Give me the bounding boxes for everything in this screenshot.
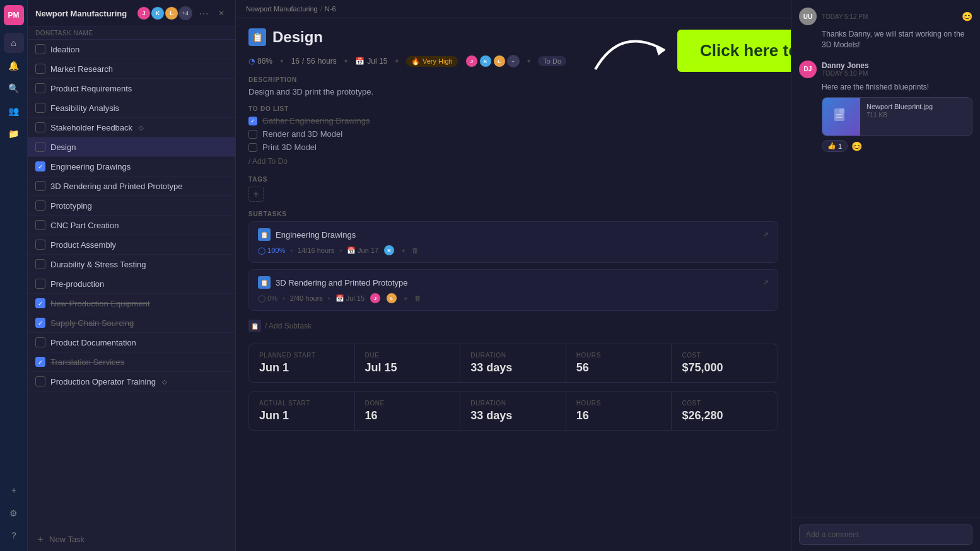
task-checkbox-design[interactable] (35, 142, 45, 152)
sidebar-icon-notifications[interactable]: 🔔 (4, 55, 24, 76)
task-item[interactable]: Market Research (28, 59, 235, 79)
task-item-product-doc[interactable]: Product Documentation (28, 333, 235, 352)
task-checkbox-market-research[interactable] (35, 64, 45, 74)
task-checkbox-preproduction[interactable] (35, 279, 45, 289)
task-checkbox-durability[interactable] (35, 259, 45, 269)
subtask-name-3d[interactable]: 3D Rendering and Printed Prototype (276, 278, 408, 287)
task-checkbox-cnc[interactable] (35, 220, 45, 230)
subtask-meta-engineering: ◯ 100% • 14/16 hours • 📅 Jun 17 K ＋ 🗑 (258, 245, 769, 256)
sidebar-icon-folder[interactable]: 📁 (4, 124, 24, 144)
external-link-icon-engineering[interactable]: ↗ (762, 230, 769, 239)
comment-input[interactable] (799, 525, 972, 545)
task-checkbox-prototyping[interactable] (35, 200, 45, 211)
add-todo-row[interactable]: / Add To Do (248, 156, 778, 167)
comment-panel: UU TODAY 5:12 PM 😊 Thanks Danny, we will… (791, 0, 980, 551)
actual-stats-row: ACTUAL START Jun 1 DONE 16 DURATION 33 d… (248, 392, 778, 431)
task-name-new-equipment: New Production Equipment (50, 299, 150, 308)
task-checkbox-ideation[interactable] (35, 44, 45, 54)
task-checkbox-engineering[interactable]: ✓ (35, 161, 45, 171)
subtask-delete-3d[interactable]: 🗑 (414, 294, 421, 302)
add-task-row[interactable]: ＋ New Task (28, 528, 235, 551)
reaction-emoji-icon-1[interactable]: 😊 (962, 11, 972, 21)
task-item-durability[interactable]: Durability & Stress Testing (28, 255, 235, 274)
cost-label: COST (682, 352, 767, 359)
task-item-preproduction[interactable]: Pre-production (28, 274, 235, 294)
attachment-card[interactable]: Newport Blueprint.jpg 711 KB (822, 97, 972, 136)
task-checkbox-product-doc[interactable] (35, 337, 45, 347)
close-panel-icon[interactable]: ✕ (215, 7, 228, 20)
subtask-progress-3d: ◯ 0% (258, 294, 277, 303)
status-badge[interactable]: To Do (538, 56, 566, 66)
add-subtask-row[interactable]: 📋 / Add Subtask (248, 317, 778, 335)
task-item-cnc[interactable]: CNC Part Creation (28, 216, 235, 235)
stat-duration: DURATION 33 days (460, 344, 566, 382)
sidebar-icon-settings[interactable]: ⚙ (4, 503, 24, 523)
assignee-avatar-2: K (479, 55, 492, 67)
more-options-icon[interactable]: ⋯ (197, 7, 210, 20)
subtask-add-assignee-3d[interactable]: ＋ (402, 294, 409, 303)
external-link-icon-3d[interactable]: ↗ (762, 278, 769, 287)
sidebar-icon-help[interactable]: ？ (4, 526, 24, 546)
due-date: Jul 15 (367, 57, 387, 66)
todo-check-render[interactable] (248, 130, 257, 139)
breadcrumb-id: N-6 (325, 5, 336, 13)
subtask-name-engineering[interactable]: Engineering Drawings (276, 230, 356, 240)
task-name-durability: Durability & Stress Testing (50, 260, 146, 269)
task-item[interactable]: Feasibility Analysis (28, 98, 235, 118)
task-item-assembly[interactable]: Product Assembly (28, 235, 235, 255)
task-checkbox-new-equipment[interactable]: ✓ (35, 298, 45, 308)
task-item-prototyping[interactable]: Prototyping (28, 196, 235, 216)
task-item-3d[interactable]: 3D Rendering and Printed Prototype (28, 177, 235, 196)
sidebar-icon-search[interactable]: 🔍 (4, 78, 24, 98)
task-checkbox-feasibility[interactable] (35, 103, 45, 113)
subtask-assignee-engineering: K (383, 245, 395, 256)
sidebar-icon-add[interactable]: ＋ (4, 480, 24, 501)
task-item-design[interactable]: Design (28, 137, 235, 157)
breadcrumb: Newport Manufacturing / N-6 (236, 0, 791, 18)
assignee-avatar-3: L (493, 55, 506, 67)
subtask-add-assignee-engineering[interactable]: ＋ (400, 246, 407, 255)
task-item-supply-chain[interactable]: ✓ Supply Chain Sourcing (28, 313, 235, 333)
task-item-translation[interactable]: ✓ Translation Services (28, 352, 235, 372)
task-item-engineering[interactable]: ✓ Engineering Drawings (28, 157, 235, 177)
task-item-new-equipment[interactable]: ✓ New Production Equipment (28, 294, 235, 313)
add-tag-button[interactable]: + (248, 187, 264, 202)
breadcrumb-sep: / (320, 5, 322, 13)
task-name-feasibility: Feasibility Analysis (50, 103, 119, 113)
task-item-training[interactable]: Production Operator Training ◇ (28, 372, 235, 392)
reaction-thumbs-up[interactable]: 👍 1 (822, 140, 848, 152)
todo-check-gather[interactable]: ✓ (248, 117, 257, 125)
task-checkbox-product-req[interactable] (35, 83, 45, 93)
todo-check-print[interactable] (248, 143, 257, 152)
avatar-2: K (151, 6, 165, 20)
breadcrumb-project[interactable]: Newport Manufacturing (246, 5, 318, 13)
todo-item-gather: ✓ Gather Engineering Drawings (248, 116, 778, 125)
task-item[interactable]: Product Requirements (28, 79, 235, 98)
task-checkbox-stakeholder[interactable] (35, 122, 45, 132)
cta-banner[interactable]: Click here to start your free trial (677, 30, 791, 72)
add-reaction-icon[interactable]: 😊 (851, 141, 862, 151)
add-todo-label: / Add To Do (248, 157, 288, 166)
subtask-title-row-3d: 📋 3D Rendering and Printed Prototype (258, 276, 408, 289)
stat-actual-hours: HOURS 16 (566, 392, 672, 430)
task-checkbox-training[interactable] (35, 376, 45, 386)
subtask-delete-engineering[interactable]: 🗑 (412, 246, 419, 254)
add-task-label: New Task (49, 535, 85, 544)
task-checkbox-assembly[interactable] (35, 240, 45, 250)
task-checkbox-supply-chain[interactable]: ✓ (35, 318, 45, 328)
subtask-header-engineering: 📋 Engineering Drawings ↗ (258, 228, 769, 241)
assignee-avatar-1: J (465, 55, 478, 67)
task-checkbox-translation[interactable]: ✓ (35, 357, 45, 367)
task-item[interactable]: Stakeholder Feedback ◇ (28, 118, 235, 137)
sidebar-icon-people[interactable]: 👥 (4, 101, 24, 121)
task-item[interactable]: Ideation (28, 40, 235, 59)
comment-list: UU TODAY 5:12 PM 😊 Thanks Danny, we will… (791, 0, 980, 518)
subtask-icon-3d: 📋 (258, 276, 271, 289)
add-subtask-label: / Add Subtask (265, 322, 312, 330)
comment-meta-1: TODAY 5:12 PM (822, 13, 957, 20)
avatar-count: +4 (178, 6, 192, 20)
comment-avatar-1: UU (799, 8, 817, 25)
sidebar-icon-home[interactable]: ⌂ (4, 33, 24, 53)
task-checkbox-3d[interactable] (35, 181, 45, 191)
reaction-row: 👍 1 😊 (822, 140, 972, 152)
